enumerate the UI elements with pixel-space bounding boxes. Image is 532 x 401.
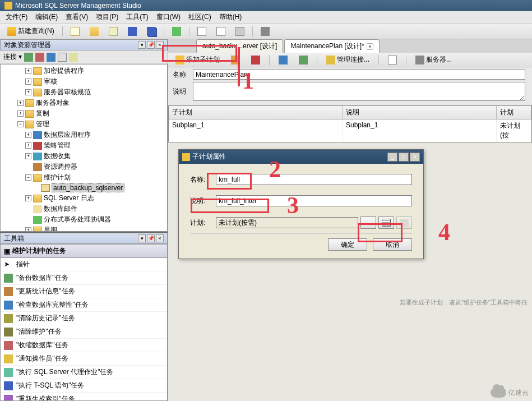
tree-db-mail[interactable]: 数据库邮件 <box>44 204 77 214</box>
toolbox-category[interactable]: ▣维护计划中的任务 <box>1 245 167 258</box>
tb-print-icon[interactable] <box>232 26 248 37</box>
expand-icon[interactable]: + <box>25 89 31 95</box>
servers-button[interactable]: 服务器... <box>411 54 456 66</box>
panel-pin-icon[interactable]: 📌 <box>147 234 155 242</box>
tb-misc-icon[interactable] <box>257 26 274 37</box>
open-file-icon[interactable] <box>105 26 122 37</box>
col-sched[interactable]: 计划 <box>497 106 531 119</box>
tree-early[interactable]: 早期 <box>44 225 57 232</box>
dlg-desc-input[interactable] <box>216 195 412 206</box>
toolbox-cleanup-history[interactable]: "清除历史记录"任务 <box>1 312 167 325</box>
expand-icon[interactable]: + <box>25 68 31 74</box>
menu-edit[interactable]: 编辑(E) <box>32 11 61 23</box>
dialog-titlebar[interactable]: 子计划属性 _ □ × <box>179 150 423 164</box>
toolbox-rebuild-index[interactable]: "重新生成索引"任务 <box>1 393 167 401</box>
toolbox-exec-tsql[interactable]: "执行 T-SQL 语句"任务 <box>1 379 167 393</box>
collapse-icon[interactable]: − <box>25 174 31 181</box>
delete-subplan-icon[interactable] <box>247 54 264 66</box>
subplan-grid[interactable]: 子计划 说明 计划 Subplan_1 Subplan_1 未计划(按 <box>168 105 532 142</box>
tree-replication[interactable]: 复制 <box>36 109 49 118</box>
manage-connections-button[interactable]: 管理连接... <box>322 54 373 66</box>
tree-server-objects[interactable]: 服务器对象 <box>36 98 70 108</box>
menu-community[interactable]: 社区(C) <box>185 11 215 23</box>
col-subplan[interactable]: 子计划 <box>169 106 343 119</box>
tab-maintenance-plan[interactable]: MaintenancePlan [设计]*× <box>284 39 379 53</box>
object-explorer-tree[interactable]: +加密提供程序 +审核 +服务器审核规范 +服务器对象 +复制 −管理 +数据层… <box>0 64 168 232</box>
tb-save-all-icon[interactable] <box>143 26 160 37</box>
connect-engine-icon[interactable] <box>24 53 33 62</box>
expand-icon[interactable]: + <box>25 195 31 201</box>
menu-view[interactable]: 查看(V) <box>62 11 91 23</box>
toolbox-shrink-db[interactable]: "收缩数据库"任务 <box>1 339 167 352</box>
toolbox-notify-operator[interactable]: "通知操作员"任务 <box>1 352 167 366</box>
plan-desc-input[interactable] <box>193 82 525 101</box>
expand-icon[interactable]: + <box>25 142 31 149</box>
tree-encryption[interactable]: 加密提供程序 <box>44 66 84 76</box>
tree-audit[interactable]: 审核 <box>44 77 57 86</box>
maximize-icon[interactable]: □ <box>399 153 409 162</box>
toolbox-cleanup-maint[interactable]: "清除维护"任务 <box>1 325 167 339</box>
expand-icon[interactable]: + <box>25 153 31 159</box>
disconnect-icon[interactable] <box>35 53 44 62</box>
toolbox-exec-agent-job[interactable]: "执行 SQL Server 代理作业"任务 <box>1 366 167 379</box>
collapse-icon[interactable]: − <box>17 121 24 127</box>
add-subplan-button[interactable]: 添加子计划 <box>172 54 224 66</box>
expand-icon[interactable]: + <box>17 110 24 117</box>
edit-subplan-icon[interactable] <box>227 54 244 66</box>
dlg-sched-remove-button[interactable] <box>396 216 412 229</box>
refresh-icon[interactable] <box>58 53 67 62</box>
table-row[interactable]: Subplan_1 Subplan_1 未计划(按 <box>169 119 531 142</box>
stop-icon[interactable] <box>47 53 55 62</box>
tb-table-icon[interactable] <box>193 26 210 37</box>
panel-close-icon[interactable]: × <box>156 41 164 49</box>
tree-auto-backup[interactable]: auto_backup_sqlserver <box>52 183 124 192</box>
toolbox-pointer[interactable]: ➤指针 <box>1 258 167 271</box>
filter-icon[interactable] <box>69 53 78 62</box>
panel-close-icon[interactable]: × <box>156 234 164 242</box>
connect-button[interactable]: 连接 ▾ <box>3 52 22 62</box>
toolbox-check-integrity[interactable]: "检查数据库完整性"任务 <box>1 298 167 312</box>
log-icon[interactable] <box>384 54 401 66</box>
tree-sql-logs[interactable]: SQL Server 日志 <box>44 193 94 203</box>
panel-pin-icon[interactable]: 📌 <box>147 41 155 49</box>
tree-server-audit[interactable]: 服务器审核规范 <box>44 87 91 97</box>
tb-save-icon[interactable] <box>124 26 141 37</box>
expand-icon[interactable]: + <box>25 79 31 85</box>
open-folder-icon[interactable] <box>86 26 103 37</box>
tab-auto-backup[interactable]: auto_backu...erver [设计] <box>196 39 283 53</box>
plan-name-input[interactable] <box>193 70 525 80</box>
menu-help[interactable]: 帮助(H) <box>216 11 246 23</box>
tree-resource-governor[interactable]: 资源调控器 <box>44 162 77 172</box>
dlg-name-input[interactable] <box>216 174 412 185</box>
tree-maintenance-plans[interactable]: 维护计划 <box>44 173 71 182</box>
col-desc[interactable]: 说明 <box>343 106 497 119</box>
close-icon[interactable]: × <box>410 153 420 162</box>
tb-list-icon[interactable] <box>212 26 229 37</box>
menu-tools[interactable]: 工具(T) <box>123 11 151 23</box>
tb-new-icon[interactable] <box>67 26 84 37</box>
menu-window[interactable]: 窗口(W) <box>153 11 184 23</box>
dlg-sched-edit-button[interactable] <box>360 216 376 229</box>
schedule-icon[interactable] <box>275 54 292 66</box>
minimize-icon[interactable]: _ <box>387 153 397 162</box>
tree-data-tier[interactable]: 数据层应用程序 <box>44 130 91 140</box>
tb-activity-icon[interactable] <box>168 26 185 37</box>
new-query-button[interactable]: 新建查询(N) <box>3 26 58 37</box>
cancel-button[interactable]: 取消 <box>373 238 412 251</box>
collapse-icon[interactable]: ▣ <box>4 247 10 255</box>
toolbox-backup-db[interactable]: "备份数据库"任务 <box>1 271 167 285</box>
expand-icon[interactable]: + <box>25 132 31 138</box>
tree-management[interactable]: 管理 <box>36 119 49 129</box>
expand-icon[interactable]: + <box>25 227 31 232</box>
tree-data-collection[interactable]: 数据收集 <box>44 151 71 161</box>
expand-icon[interactable]: + <box>17 100 24 106</box>
panel-dropdown-icon[interactable]: ▾ <box>138 234 146 242</box>
menu-file[interactable]: 文件(F) <box>2 11 31 23</box>
menu-project[interactable]: 项目(P) <box>92 11 122 23</box>
toolbox-update-stats[interactable]: "更新统计信息"任务 <box>1 285 167 298</box>
dlg-sched-calendar-button[interactable] <box>378 216 394 229</box>
close-icon[interactable]: × <box>367 43 373 50</box>
ok-button[interactable]: 确定 <box>328 238 367 251</box>
report-icon[interactable] <box>295 54 312 66</box>
tree-dtc[interactable]: 分布式事务处理协调器 <box>44 215 111 224</box>
